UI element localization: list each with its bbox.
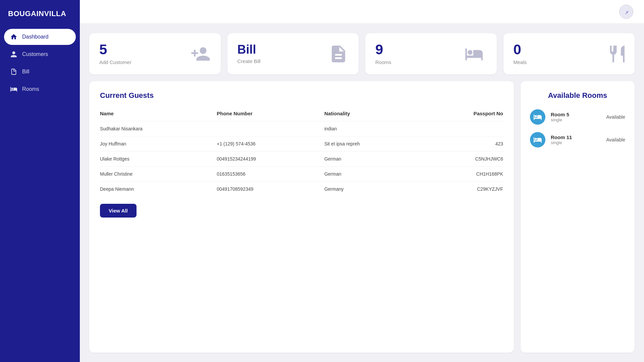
cell-phone: 00491708592349 [217,182,324,197]
stat-card-bill[interactable]: Bill Create Bill [227,33,359,74]
cell-nationality: Sit et ipsa repreh [324,136,422,152]
col-header-nationality: Nationality [324,107,422,121]
stat-number-bill: Bill [237,44,261,56]
stat-card-add-customer[interactable]: 5 Add Customer [89,33,221,74]
room-item: Room 5 single Available [530,109,625,125]
sidebar-item-customers[interactable]: Customers [4,46,76,62]
sidebar: BOUGAINVILLA Dashboard Customers Bill Ro… [0,0,80,362]
cell-phone [217,121,324,136]
rooms-list: Room 5 single Available Room 11 single A… [530,109,625,147]
stat-number-customers: 5 [99,43,131,57]
stat-label-customers: Add Customer [99,59,131,65]
table-row: Sudhakar Nisankaraindian [100,121,503,136]
cell-name: Sudhakar Nisankara [100,121,217,136]
sidebar-item-label: Customers [22,51,48,57]
main-content: 𝔂 5 Add Customer Bill Create Bill [80,0,644,362]
room-name: Room 11 [551,134,601,140]
cell-phone: 004915234244199 [217,152,324,167]
cell-name: Ulake Rottges [100,152,217,167]
sidebar-logo: BOUGAINVILLA [0,0,80,29]
sidebar-item-rooms[interactable]: Rooms [4,81,76,97]
col-header-phone: Phone Number [217,107,324,121]
available-rooms-title: Available Rooms [530,91,625,100]
cell-nationality: German [324,152,422,167]
room-type: single [551,117,601,122]
stat-label-meals: Meals [514,59,527,65]
sidebar-nav: Dashboard Customers Bill Rooms [0,29,80,97]
bed-icon [10,85,17,93]
cell-name: Deepa Niemann [100,182,217,197]
room-name: Room 5 [551,112,601,117]
view-all-button[interactable]: View All [100,204,137,218]
room-status: Available [606,114,625,120]
cell-phone: 01635153656 [217,167,324,182]
home-icon [10,33,17,41]
guests-title: Current Guests [100,91,503,100]
table-row: Muller Christine01635153656GermanCH1H168… [100,167,503,182]
table-row: Ulake Rottges004915234244199GermanC5NJHJ… [100,152,503,167]
stat-card-meals[interactable]: 0 Meals [503,33,635,74]
avatar[interactable]: 𝔂 [619,5,633,19]
bill-nav-icon [10,68,17,75]
col-header-passport: Passport No [422,107,503,121]
cell-nationality: German [324,167,422,182]
bottom-section: Current Guests Name Phone Number Nationa… [80,81,644,362]
cell-passport: 423 [422,136,503,152]
sidebar-item-dashboard[interactable]: Dashboard [4,29,76,45]
cell-passport [422,121,503,136]
guests-table: Name Phone Number Nationality Passport N… [100,107,503,196]
table-row: Deepa Niemann00491708592349GermanyC29KYZ… [100,182,503,197]
cell-passport: C29KYZJVF [422,182,503,197]
stats-row: 5 Add Customer Bill Create Bill [80,24,644,81]
cell-nationality: indian [324,121,422,136]
sidebar-item-label: Bill [22,69,29,75]
cell-passport: CH1H168PK [422,167,503,182]
sidebar-item-bill[interactable]: Bill [4,64,76,80]
room-type: single [551,140,601,145]
room-status: Available [606,137,625,142]
bill-icon [328,44,348,64]
add-customer-icon [191,44,211,64]
cell-nationality: Germany [324,182,422,197]
room-item: Room 11 single Available [530,132,625,147]
table-row: Joy Huffman+1 (129) 574-4536Sit et ipsa … [100,136,503,152]
room-icon [530,132,545,147]
stat-number-meals: 0 [514,43,527,57]
stat-card-rooms[interactable]: 9 Rooms [365,33,497,74]
cell-passport: C5NJHJWC6 [422,152,503,167]
cell-phone: +1 (129) 574-4536 [217,136,324,152]
sidebar-item-label: Dashboard [22,34,48,40]
rooms-icon [465,44,487,64]
person-icon [10,51,17,58]
sidebar-item-label: Rooms [22,86,39,92]
col-header-name: Name [100,107,217,121]
room-icon [530,109,545,125]
guests-card: Current Guests Name Phone Number Nationa… [89,81,514,353]
stat-number-rooms: 9 [375,43,391,57]
cell-name: Joy Huffman [100,136,217,152]
stat-label-rooms: Rooms [375,59,391,65]
header: 𝔂 [80,0,644,24]
meals-icon [607,44,625,64]
available-rooms-card: Available Rooms Room 5 single Available … [521,81,635,353]
cell-name: Muller Christine [100,167,217,182]
stat-label-bill: Create Bill [237,58,261,64]
